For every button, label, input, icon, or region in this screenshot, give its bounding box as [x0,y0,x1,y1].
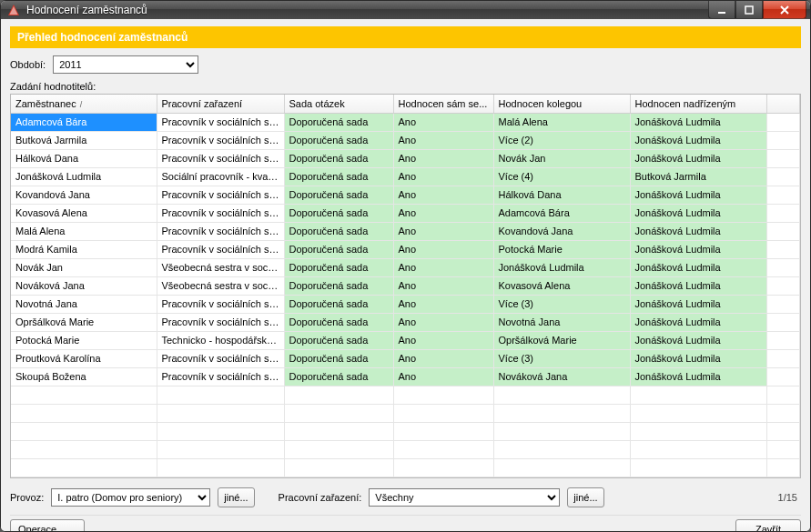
provoz-select[interactable]: I. patro (Domov pro seniory) [51,488,210,507]
table-row[interactable]: Skoupá BoženaPracovník v sociálních služ… [11,367,800,386]
table-row[interactable]: Adamcová BáraPracovník v sociálních služ… [11,113,800,131]
cell-employee: Modrá Kamila [11,240,157,258]
app-icon [6,3,21,17]
maximize-button[interactable] [735,1,763,19]
cell-position: Sociální pracovník - kvalifik... [157,167,284,186]
cell-employee: Malá Alena [11,222,157,240]
table-row[interactable]: Potocká MarieTechnicko - hospodářský pr.… [11,331,800,349]
cell-position: Pracovník v sociálních služ... [157,295,284,313]
table-row[interactable]: Proutková KarolínaPracovník v sociálních… [11,349,800,367]
zarazeni-select[interactable]: Všechny [369,488,560,507]
cell-supervisor: Jonášková Ludmila [630,313,766,331]
sort-asc-icon: / [80,100,83,109]
cell-supervisor: Jonášková Ludmila [630,240,766,258]
cell-self: Ano [393,204,493,222]
table-row[interactable]: Nováková JanaVšeobecná sestra v sociální… [11,276,800,295]
cell-employee: Skoupá Božena [11,367,157,386]
table-row[interactable]: Kovandová JanaPracovník v sociálních slu… [11,186,800,204]
table-row[interactable]: Opršálková MariePracovník v sociálních s… [11,313,800,331]
svg-rect-3 [745,6,753,14]
col-self[interactable]: Hodnocen sám se... [393,95,493,113]
period-row: Období: 2011 [10,55,801,74]
cell-supervisor: Jonášková Ludmila [630,349,766,367]
table-row[interactable]: Malá AlenaPracovník v sociálních služ...… [11,222,800,240]
close-button[interactable]: Zavřít [735,519,801,533]
col-position[interactable]: Pracovní zařazení [157,95,284,113]
cell-supervisor: Jonášková Ludmila [630,276,766,295]
cell-position: Technicko - hospodářský pr... [157,331,284,349]
table-row[interactable]: Jonášková LudmilaSociální pracovník - kv… [11,167,800,186]
cell-spacer [766,222,800,240]
page-banner: Přehled hodnocení zaměstnanců [10,26,801,48]
operations-button[interactable]: Operace ... [10,519,85,533]
cell-spacer [766,113,800,131]
titlebar: Hodnocení zaměstnanců [1,1,810,19]
cell-questions: Doporučená sada [284,131,393,149]
cell-supervisor: Jonášková Ludmila [630,331,766,349]
cell-employee: Adamcová Bára [11,113,157,131]
cell-spacer [766,295,800,313]
zarazeni-label: Pracovní zařazení: [279,492,362,503]
cell-self: Ano [393,276,493,295]
cell-employee: Potocká Marie [11,331,157,349]
cell-self: Ano [393,331,493,349]
table-row[interactable]: Kovasová AlenaPracovník v sociálních slu… [11,204,800,222]
table-row[interactable]: Novotná JanaPracovník v sociálních služ.… [11,295,800,313]
cell-spacer [766,167,800,186]
table-row-empty [11,422,800,440]
col-spacer [766,95,800,113]
cell-questions: Doporučená sada [284,204,393,222]
cell-employee: Kovasová Alena [11,204,157,222]
cell-questions: Doporučená sada [284,367,393,386]
cell-supervisor: Jonášková Ludmila [630,113,766,131]
cell-colleague: Opršálková Marie [493,331,630,349]
table-row[interactable]: Hálková DanaPracovník v sociálních služ.… [11,149,800,167]
cell-spacer [766,276,800,295]
cell-employee: Novák Jan [11,258,157,276]
cell-colleague: Malá Alena [493,113,630,131]
period-label: Období: [10,59,46,70]
cell-position: Pracovník v sociálních služ... [157,204,284,222]
employees-table-wrap[interactable]: Zaměstnanec/ Pracovní zařazení Sada otáz… [10,94,801,478]
close-window-button[interactable] [763,1,806,19]
cell-colleague: Kovasová Alena [493,276,630,295]
cell-employee: Proutková Karolína [11,349,157,367]
cell-position: Všeobecná sestra v sociální... [157,258,284,276]
client-area: Přehled hodnocení zaměstnanců Období: 20… [1,19,810,532]
window-buttons [708,1,806,19]
table-row[interactable]: Novák JanVšeobecná sestra v sociální...D… [11,258,800,276]
provoz-label: Provoz: [10,492,44,503]
cell-position: Pracovník v sociálních služ... [157,367,284,386]
cell-spacer [766,240,800,258]
cell-position: Všeobecná sestra v sociální... [157,276,284,295]
cell-position: Pracovník v sociálních služ... [157,113,284,131]
cell-supervisor: Jonášková Ludmila [630,204,766,222]
cell-employee: Butková Jarmila [11,131,157,149]
zarazeni-other-button[interactable]: jiné... [567,487,603,507]
col-employee[interactable]: Zaměstnanec/ [11,95,157,113]
col-questions[interactable]: Sada otázek [284,95,393,113]
col-supervisor[interactable]: Hodnocen nadřízeným [630,95,766,113]
cell-self: Ano [393,186,493,204]
cell-spacer [766,204,800,222]
cell-position: Pracovník v sociálních služ... [157,149,284,167]
cell-supervisor: Jonášková Ludmila [630,367,766,386]
cell-employee: Hálková Dana [11,149,157,167]
minimize-button[interactable] [708,1,735,19]
cell-self: Ano [393,313,493,331]
cell-questions: Doporučená sada [284,349,393,367]
col-colleague[interactable]: Hodnocen kolegou [493,95,630,113]
provoz-other-button[interactable]: jiné... [218,487,254,507]
table-row[interactable]: Modrá KamilaPracovník v sociálních služ.… [11,240,800,258]
cell-self: Ano [393,258,493,276]
cell-questions: Doporučená sada [284,167,393,186]
cell-self: Ano [393,222,493,240]
table-row[interactable]: Butková JarmilaPracovník v sociálních sl… [11,131,800,149]
cell-position: Pracovník v sociálních služ... [157,313,284,331]
cell-questions: Doporučená sada [284,240,393,258]
cell-supervisor: Jonášková Ludmila [630,222,766,240]
period-select[interactable]: 2011 [53,55,198,74]
cell-colleague: Více (4) [493,167,630,186]
cell-questions: Doporučená sada [284,331,393,349]
cell-supervisor: Jonášková Ludmila [630,186,766,204]
